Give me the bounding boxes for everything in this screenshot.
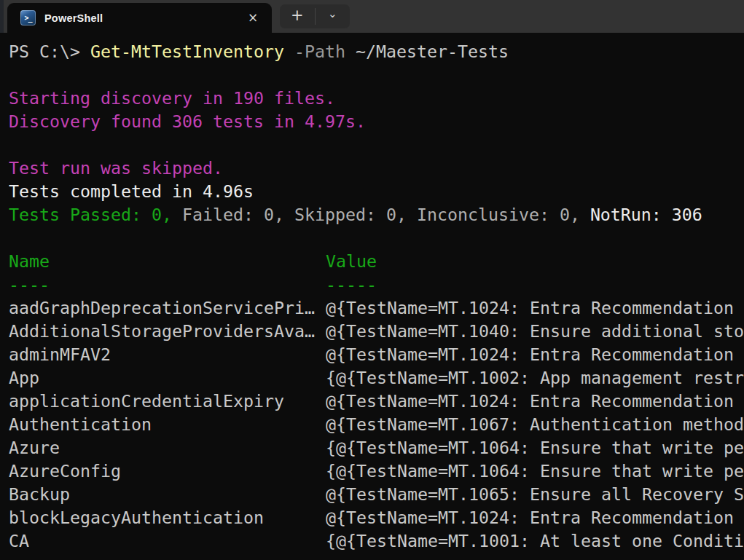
tab-dropdown-button[interactable]: ⌄ bbox=[316, 4, 351, 28]
table-row: AdditionalStorageProvidersAva…@{TestName… bbox=[9, 320, 744, 343]
table-row: Backup@{TestName=MT.1065: Ensure all Rec… bbox=[9, 483, 744, 506]
row-name: CA bbox=[9, 529, 326, 553]
table-underline-row: --------- bbox=[9, 273, 744, 296]
tab-bar: >_ PowerShell × + ⌄ bbox=[0, 0, 744, 33]
row-value: @{TestName=MT.1065: Ensure all Recovery … bbox=[326, 483, 744, 506]
row-name: AdditionalStorageProvidersAva… bbox=[9, 320, 326, 343]
table-row: CA{@{TestName=MT.1001: At least one Cond… bbox=[9, 529, 744, 553]
row-value: {@{TestName=MT.1001: At least one Condit… bbox=[326, 529, 744, 553]
row-value: @{TestName=MT.1024: Entra Recommendation bbox=[326, 506, 744, 529]
terminal-window: >_ PowerShell × + ⌄ PS C:\> Get-MtTestIn… bbox=[0, 0, 744, 560]
close-tab-icon[interactable]: × bbox=[246, 12, 260, 24]
value-underline: ----- bbox=[326, 273, 744, 296]
table-rows: aadGraphDeprecationServicePri…@{TestName… bbox=[9, 296, 744, 553]
blank-line bbox=[9, 133, 744, 157]
table-row: blockLegacyAuthentication@{TestName=MT.1… bbox=[9, 506, 744, 529]
row-name: Azure bbox=[9, 436, 326, 460]
tests-summary-line: Tests Passed: 0, Failed: 0, Skipped: 0, … bbox=[9, 203, 744, 226]
summary-passed: Tests Passed: 0, bbox=[9, 205, 172, 224]
row-value: @{TestName=MT.1024: Entra Recommendation bbox=[326, 390, 744, 413]
row-name: aadGraphDeprecationServicePri… bbox=[9, 296, 326, 320]
row-name: adminMFAV2 bbox=[9, 343, 326, 366]
tests-completed-line: Tests completed in 4.96s bbox=[9, 180, 744, 203]
parameter-text: -Path bbox=[284, 42, 345, 61]
table-row: aadGraphDeprecationServicePri…@{TestName… bbox=[9, 296, 744, 320]
table-row: Authentication@{TestName=MT.1067: Authen… bbox=[9, 413, 744, 436]
terminal-content[interactable]: PS C:\> Get-MtTestInventory -Path ~/Maes… bbox=[0, 33, 744, 560]
table-row: AzureConfig{@{TestName=MT.1064: Ensure t… bbox=[9, 460, 744, 483]
name-column-header: Name bbox=[9, 250, 326, 273]
name-underline: ---- bbox=[9, 273, 326, 296]
row-value: @{TestName=MT.1024: Entra Recommendation bbox=[326, 343, 744, 366]
prompt-line: PS C:\> Get-MtTestInventory -Path ~/Maes… bbox=[9, 40, 744, 63]
tab-powershell[interactable]: >_ PowerShell × bbox=[7, 3, 272, 33]
chevron-down-icon: ⌄ bbox=[328, 9, 337, 20]
test-run-skipped-line: Test run was skipped. bbox=[9, 157, 744, 180]
row-value: @{TestName=MT.1040: Ensure additional st… bbox=[326, 320, 744, 343]
argument-text: ~/Maester-Tests bbox=[345, 42, 509, 61]
row-name: applicationCredentialExpiry bbox=[9, 390, 326, 413]
new-tab-button[interactable]: + bbox=[280, 4, 315, 28]
row-value: {@{TestName=MT.1064: Ensure that write p… bbox=[326, 436, 744, 460]
table-row: applicationCredentialExpiry@{TestName=MT… bbox=[9, 390, 744, 413]
blank-line bbox=[9, 63, 744, 87]
table-row: adminMFAV2@{TestName=MT.1024: Entra Reco… bbox=[9, 343, 744, 366]
row-value: @{TestName=MT.1067: Authentication metho… bbox=[326, 413, 744, 436]
tab-actions: + ⌄ bbox=[280, 4, 350, 28]
row-name: Authentication bbox=[9, 413, 326, 436]
row-name: Backup bbox=[9, 483, 326, 506]
row-value: {@{TestName=MT.1064: Ensure that write p… bbox=[326, 460, 744, 483]
row-name: blockLegacyAuthentication bbox=[9, 506, 326, 529]
summary-notrun: NotRun: 306 bbox=[590, 205, 702, 224]
summary-middle: Failed: 0, Skipped: 0, Inconclusive: 0, bbox=[172, 205, 590, 224]
command-text: Get-MtTestInventory bbox=[90, 42, 284, 61]
row-value: {@{TestName=MT.1002: App management rest… bbox=[326, 366, 744, 390]
window-edge bbox=[0, 0, 4, 33]
row-value: @{TestName=MT.1024: Entra Recommendation bbox=[326, 296, 744, 320]
table-row: App{@{TestName=MT.1002: App management r… bbox=[9, 366, 744, 390]
powershell-icon: >_ bbox=[20, 10, 36, 25]
table-row: Azure{@{TestName=MT.1064: Ensure that wr… bbox=[9, 436, 744, 460]
tab-title: PowerShell bbox=[44, 12, 103, 24]
row-name: App bbox=[9, 366, 326, 390]
prompt: PS C:\> bbox=[9, 42, 90, 61]
plus-icon: + bbox=[291, 8, 304, 23]
blank-line bbox=[9, 226, 744, 250]
row-name: AzureConfig bbox=[9, 460, 326, 483]
table-header-row: NameValue bbox=[9, 250, 744, 273]
discovery-found-line: Discovery found 306 tests in 4.97s. bbox=[9, 110, 744, 133]
value-column-header: Value bbox=[326, 250, 744, 273]
discovery-start-line: Starting discovery in 190 files. bbox=[9, 87, 744, 110]
